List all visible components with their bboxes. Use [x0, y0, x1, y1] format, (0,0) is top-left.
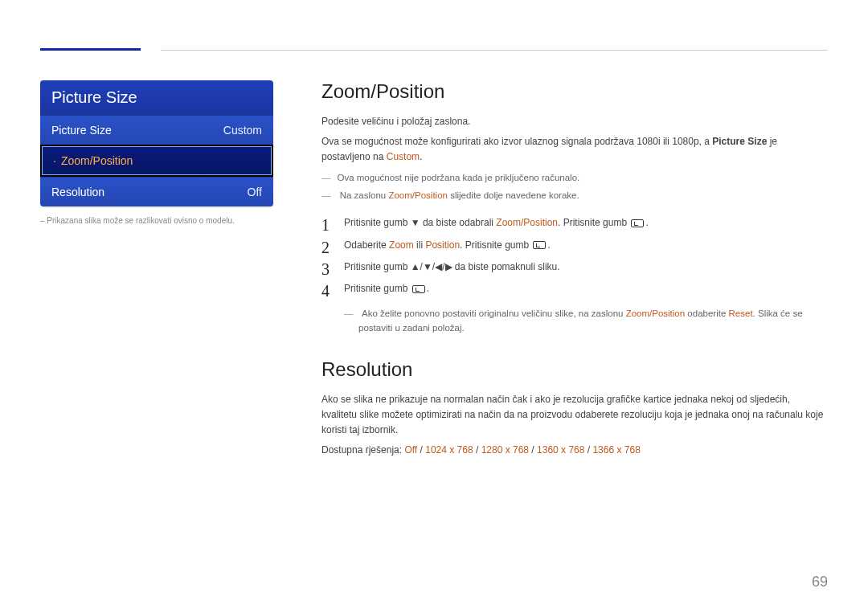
resolution-option: 1024 x 768 — [425, 444, 473, 456]
menu-row-value: Off — [248, 186, 262, 198]
step-3: Pritisnite gumb ▲/▼/◀/▶ da biste pomaknu… — [321, 256, 828, 278]
settings-menu-panel: Picture Size Picture Size Custom ·Zoom/P… — [40, 80, 273, 206]
dash-note-steps: Na zaslonu Zoom/Position slijedite dolje… — [321, 188, 828, 202]
available-resolutions: Dostupna rješenja: Off / 1024 x 768 / 12… — [321, 443, 828, 458]
text-fragment: Odaberite — [344, 239, 389, 251]
text-fragment: odaberite — [685, 309, 728, 318]
accent-term: Zoom/Position — [496, 217, 558, 228]
text-fragment: Dostupna rješenja: — [321, 444, 404, 456]
text-fragment: Na zaslonu — [340, 190, 389, 200]
sidebar: Picture Size Picture Size Custom ·Zoom/P… — [40, 80, 273, 464]
resolution-option: 1360 x 768 — [537, 444, 584, 456]
text-fragment: ili — [414, 239, 426, 251]
arrow-left-icon: ◀ — [435, 261, 442, 272]
step-4: Pritisnite gumb . — [321, 278, 828, 300]
header-divider — [161, 50, 828, 51]
enter-icon — [412, 285, 425, 293]
menu-row-picture-size[interactable]: Picture Size Custom — [40, 115, 273, 145]
menu-title: Picture Size — [40, 80, 273, 115]
separator: / — [529, 444, 537, 456]
menu-row-label: Resolution — [51, 186, 104, 198]
separator: / — [584, 444, 592, 456]
steps-list: Pritisnite gumb ▼ da biste odabrali Zoom… — [321, 212, 828, 300]
resolution-option: Off — [404, 444, 417, 456]
page-number: 69 — [812, 574, 828, 591]
header-accent-bar — [40, 48, 141, 51]
section-title-resolution: Resolution — [321, 358, 828, 381]
active-indicator-icon: ·Zoom/Position — [53, 154, 133, 167]
text-fragment: slijedite dolje navedene korake. — [448, 190, 579, 200]
text-fragment: Pritisnite gumb — [344, 261, 411, 272]
accent-term: Custom — [387, 151, 420, 162]
accent-term: Zoom/Position — [388, 190, 448, 200]
step-2: Odaberite Zoom ili Position. Pritisnite … — [321, 235, 828, 256]
menu-row-label: Zoom/Position — [61, 154, 133, 167]
dash-note-pc: Ova mogućnost nije podržana kada je prik… — [321, 170, 828, 185]
accent-term: Zoom/Position — [626, 309, 686, 318]
menu-row-label: Picture Size — [51, 124, 112, 137]
section-title-zoom-position: Zoom/Position — [321, 80, 828, 103]
separator: / — [417, 444, 425, 456]
enter-icon — [533, 241, 546, 249]
arrow-down-icon: ▼ — [423, 261, 432, 272]
arrow-down-icon: ▼ — [411, 217, 420, 228]
separator: / — [473, 444, 481, 456]
text-fragment: Ako želite ponovno postaviti originalnu … — [362, 309, 626, 318]
step-1: Pritisnite gumb ▼ da biste odabrali Zoom… — [321, 212, 828, 234]
text-fragment: Pritisnite gumb — [344, 217, 411, 228]
text-fragment: Pritisnite gumb — [344, 283, 411, 294]
menu-row-value: Custom — [223, 124, 262, 137]
menu-row-resolution[interactable]: Resolution Off — [40, 177, 273, 206]
text-fragment: . Pritisnite gumb — [460, 239, 531, 251]
resolution-option: 1280 x 768 — [481, 444, 529, 456]
main-content: Zoom/Position Podesite veličinu i položa… — [321, 80, 828, 464]
resolution-paragraph: Ako se slika ne prikazuje na normalan na… — [321, 392, 828, 439]
accent-term: Position — [425, 239, 460, 251]
accent-term: Zoom — [389, 239, 414, 251]
enter-icon — [631, 219, 644, 227]
config-note: Ova se mogućnost može konfigurirati ako … — [321, 134, 828, 165]
accent-term: Reset — [729, 309, 753, 318]
text-fragment: da biste pomaknuli sliku. — [452, 261, 560, 272]
resolution-option: 1366 x 768 — [592, 444, 640, 456]
intro-text: Podesite veličinu i položaj zaslona. — [321, 114, 828, 129]
bold-term: Picture Size — [712, 136, 767, 147]
text-fragment: da biste odabrali — [420, 217, 497, 228]
text-fragment: . Pritisnite gumb — [558, 217, 629, 228]
sidebar-caption: – Prikazana slika može se razlikovati ov… — [40, 216, 273, 225]
arrow-right-icon: ▶ — [445, 261, 452, 272]
dash-note-reset: Ako želite ponovno postaviti originalnu … — [330, 306, 828, 336]
arrow-up-icon: ▲ — [411, 261, 420, 272]
text-fragment: Ova se mogućnost može konfigurirati ako … — [321, 136, 712, 147]
menu-row-zoom-position[interactable]: ·Zoom/Position — [40, 145, 273, 177]
